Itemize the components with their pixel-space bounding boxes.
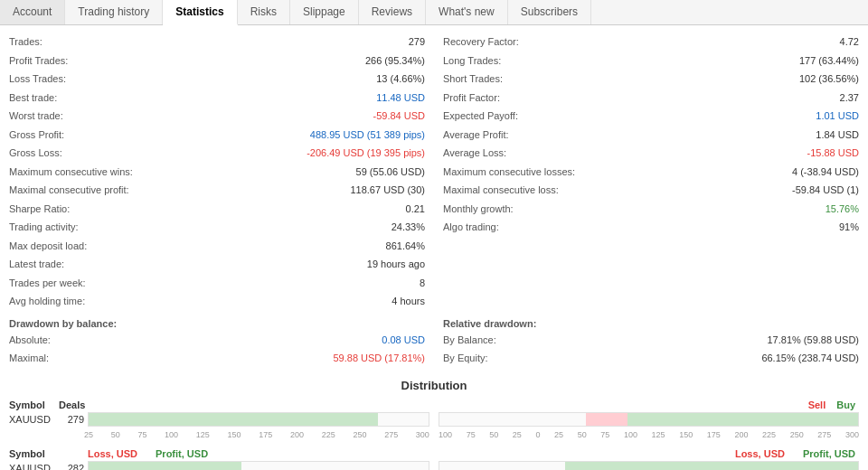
sell-buy-chart: Sell Buy 100 75 50 25 0 25	[439, 400, 859, 471]
stat-latest-trade-label: Latest trade:	[9, 257, 64, 272]
drawdown-absolute-value: 0.08 USD	[382, 333, 425, 348]
stat-max-cons-wins: Maximum consecutive wins: 59 (55.06 USD)	[9, 163, 425, 182]
tab-statistics[interactable]: Statistics	[163, 0, 237, 25]
stat-recovery-value: 4.72	[840, 34, 859, 50]
stat-long-trades-value: 177 (63.44%)	[799, 53, 859, 69]
profit-right-bar	[565, 462, 858, 471]
drawdown-maximal: Maximal: 59.88 USD (17.81%)	[9, 349, 425, 368]
stat-sharpe-label: Sharpe Ratio:	[9, 202, 70, 217]
stat-max-cons-losses-label: Maximum consecutive losses:	[443, 164, 575, 180]
stat-avg-holding-label: Avg holding time:	[9, 294, 85, 309]
stat-latest-trade: Latest trade: 19 hours ago	[9, 255, 425, 274]
stat-gross-loss-value: -206.49 USD (19 395 pips)	[307, 146, 425, 161]
stat-avg-profit-value: 1.84 USD	[816, 127, 859, 143]
stat-algo-trading: Algo trading: 91%	[443, 218, 859, 237]
drawdown-left: Drawdown by balance: Absolute: 0.08 USD …	[9, 318, 425, 368]
stat-short-trades-value: 102 (36.56%)	[799, 71, 859, 87]
drawdown-relative-header: Relative drawdown:	[443, 318, 859, 329]
stat-worst-trade-label: Worst trade:	[9, 108, 63, 124]
stat-latest-trade-value: 19 hours ago	[367, 257, 425, 272]
tab-risks[interactable]: Risks	[238, 0, 290, 24]
stat-trades-per-week: Trades per week: 8	[9, 274, 425, 293]
stat-avg-holding-value: 4 hours	[392, 294, 425, 309]
drawdown-absolute-label: Absolute:	[9, 333, 51, 348]
stat-trades: Trades: 279	[9, 33, 425, 52]
chart-section: Symbol Deals XAUUSD 279 25 50 75	[9, 400, 859, 471]
stat-max-deposit: Max deposit load: 861.64%	[9, 237, 425, 256]
stat-worst-trade-value: -59.84 USD	[373, 108, 425, 124]
loss-profit-chart: Loss, USD Profit, USD 100 75 50 25 0	[439, 448, 859, 471]
stat-monthly-growth-label: Monthly growth:	[443, 202, 514, 217]
main-content: Trades: 279 Profit Trades: 266 (95.34%) …	[0, 25, 868, 470]
stat-trading-activity-label: Trading activity:	[9, 220, 79, 235]
stat-profit-trades-label: Profit Trades:	[9, 53, 68, 69]
drawdown-by-balance: By Balance: 17.81% (59.88 USD)	[443, 331, 859, 350]
stat-best-trade-value: 11.48 USD	[376, 90, 425, 106]
deals-bar-container	[88, 412, 429, 427]
stat-max-cons-profit-label: Maximal consecutive profit:	[9, 183, 129, 198]
stat-max-cons-loss: Maximal consecutive loss: -59.84 USD (1)	[443, 181, 859, 200]
deals-header-deals: Deals	[59, 400, 84, 410]
stat-loss-trades: Loss Trades: 13 (4.66%)	[9, 70, 425, 89]
profit-bar-container	[88, 461, 429, 471]
sell-buy-scale: 100 75 50 25 0 25 50 75 100 125 150 175 …	[439, 430, 859, 439]
profit-header-count	[59, 448, 84, 459]
stat-worst-trade: Worst trade: -59.84 USD	[9, 107, 425, 126]
drawdown-by-equity-value: 66.15% (238.74 USD)	[761, 351, 859, 366]
stat-long-trades-label: Long Trades:	[443, 53, 501, 69]
stats-left: Trades: 279 Profit Trades: 266 (95.34%) …	[9, 33, 425, 311]
stat-sharpe-value: 0.21	[406, 202, 425, 217]
drawdown-container: Drawdown by balance: Absolute: 0.08 USD …	[9, 318, 859, 368]
deals-scale: 25 50 75 100 125 150 175 200 225 250 275…	[9, 430, 429, 439]
stat-max-cons-losses-value: 4 (-38.94 USD)	[792, 164, 859, 180]
profit-header-right: Profit, USD	[803, 448, 855, 459]
profit-symbol: XAUUSD	[9, 463, 59, 471]
drawdown-by-balance-value: 17.81% (59.88 USD)	[768, 333, 860, 348]
stat-monthly-growth: Monthly growth: 15.76%	[443, 200, 859, 219]
stat-trading-activity-value: 24.33%	[392, 220, 425, 235]
sell-header: Sell	[808, 400, 826, 410]
stat-max-cons-loss-label: Maximal consecutive loss:	[443, 183, 559, 198]
stat-best-trade: Best trade: 11.48 USD	[9, 89, 425, 108]
profit-chart: Symbol Loss, USD Profit, USD XAUUSD 282	[9, 448, 429, 471]
stat-trades-label: Trades:	[9, 34, 42, 50]
stat-profit-trades: Profit Trades: 266 (95.34%)	[9, 52, 425, 70]
deals-bar	[89, 413, 378, 426]
stat-algo-trading-value: 91%	[839, 220, 859, 235]
stat-best-trade-label: Best trade:	[9, 90, 57, 106]
tab-trading-history[interactable]: Trading history	[65, 0, 163, 24]
deals-chart-row: XAUUSD 279	[9, 412, 429, 427]
deals-header-symbol: Symbol	[9, 400, 59, 410]
profit-header-bar: Loss, USD Profit, USD	[88, 448, 429, 459]
drawdown-maximal-label: Maximal:	[9, 351, 49, 366]
stat-avg-profit-label: Average Profit:	[443, 127, 509, 143]
stat-short-trades: Short Trades: 102 (36.56%)	[443, 70, 859, 89]
stat-expected-payoff-label: Expected Payoff:	[443, 108, 518, 124]
stat-avg-loss-label: Average Loss:	[443, 146, 506, 161]
profit-count: 282	[59, 463, 84, 471]
stat-max-cons-profit: Maximal consecutive profit: 118.67 USD (…	[9, 181, 425, 200]
distribution-title: Distribution	[9, 379, 859, 392]
deals-chart-header: Symbol Deals	[9, 400, 429, 410]
sell-buy-header: Sell Buy	[439, 400, 859, 410]
tab-whats-new[interactable]: What's new	[426, 0, 508, 24]
stat-sharpe: Sharpe Ratio: 0.21	[9, 200, 425, 219]
loss-header: Loss, USD	[735, 448, 785, 459]
stat-trading-activity: Trading activity: 24.33%	[9, 218, 425, 237]
tab-account[interactable]: Account	[0, 0, 65, 24]
tab-reviews[interactable]: Reviews	[359, 0, 426, 24]
tab-slippage[interactable]: Slippage	[290, 0, 359, 24]
sell-buy-bar-container	[439, 412, 859, 427]
stat-monthly-growth-value: 15.76%	[826, 202, 859, 217]
stats-container: Trades: 279 Profit Trades: 266 (95.34%) …	[9, 33, 859, 311]
stat-algo-trading-label: Algo trading:	[443, 220, 499, 235]
stat-long-trades: Long Trades: 177 (63.44%)	[443, 52, 859, 70]
stat-avg-profit: Average Profit: 1.84 USD	[443, 126, 859, 145]
stat-gross-profit-value: 488.95 USD (51 389 pips)	[310, 127, 425, 143]
profit-header-profit: Profit, USD	[156, 448, 208, 459]
buy-bar	[627, 413, 858, 426]
stat-avg-holding: Avg holding time: 4 hours	[9, 292, 425, 311]
tab-subscribers[interactable]: Subscribers	[508, 0, 591, 24]
profit-header-loss: Loss, USD	[88, 448, 137, 459]
loss-profit-row	[439, 461, 859, 471]
